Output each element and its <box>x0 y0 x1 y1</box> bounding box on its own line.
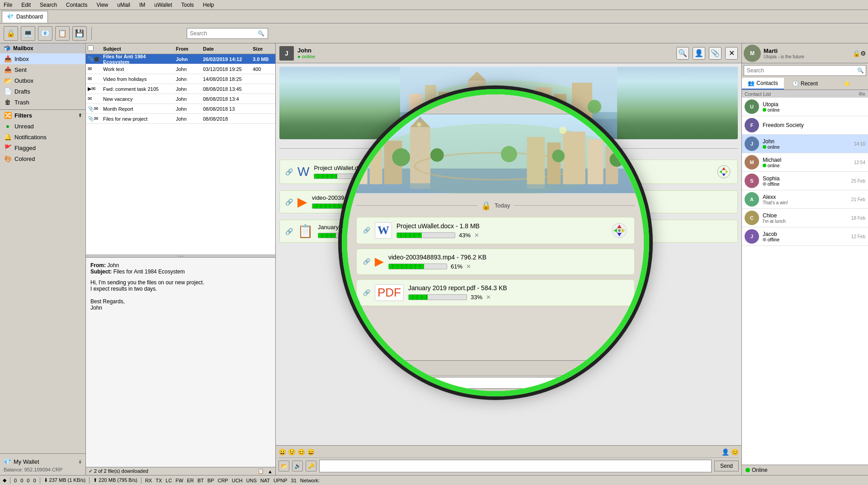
table-row[interactable]: 📎✉ Month Report John 08/08/2018 13 <box>86 104 275 114</box>
col-subject-header[interactable]: Subject <box>101 46 174 52</box>
list-item[interactable]: U Utopia online <box>742 98 868 116</box>
chat-btn-close[interactable]: ✕ <box>725 47 738 60</box>
menu-search[interactable]: Search <box>38 1 59 9</box>
contacts-filter-icon[interactable]: ⊘ <box>859 91 863 97</box>
sidebar-item-inbox[interactable]: 📥 Inbox <box>0 53 85 64</box>
col-size-header[interactable]: Size <box>251 46 274 52</box>
svg-rect-34 <box>563 132 585 184</box>
select-all-checkbox[interactable] <box>88 45 94 51</box>
list-item[interactable]: M Michael online 12:54 <box>742 153 868 172</box>
sidebar-item-drafts[interactable]: 📄 Drafts <box>0 86 85 97</box>
list-item[interactable]: S Sophia offline 25 Feb <box>742 172 868 190</box>
preview-body: Hi, I'm sending you the files on our new… <box>90 279 271 311</box>
sidebar-item-notifications[interactable]: 🔔 Notifications <box>0 132 85 142</box>
outbox-label: Outbox <box>14 77 33 84</box>
sidebar-item-colored[interactable]: 🎨 Colored <box>0 153 85 164</box>
table-row[interactable]: 📎✉ Files for new project John 08/08/2018 <box>86 114 275 124</box>
col-date-header[interactable]: Date <box>201 46 251 52</box>
svg-point-51 <box>618 229 621 232</box>
list-item[interactable]: J Jacob offline 12 Feb <box>742 227 868 246</box>
emoji-people-icon[interactable]: 😀 <box>278 448 286 456</box>
status-dot-michael <box>763 164 766 167</box>
sidebar-item-unread[interactable]: ● Unread <box>0 121 85 132</box>
toolbar-btn-5[interactable]: 💾 <box>72 26 87 41</box>
wallet-expand[interactable]: ⇓ <box>78 459 82 464</box>
sidebar-item-sent[interactable]: 📤 Sent <box>0 64 85 75</box>
contacts-sort-icon[interactable]: ≡ <box>863 91 865 97</box>
menu-uwallet[interactable]: uWallet <box>152 1 174 9</box>
list-item[interactable]: A Alexx That's a win! 21 Feb <box>742 190 868 209</box>
search-input[interactable] <box>190 30 258 37</box>
status-download: ⬆ 220 MB (795 B/s) <box>93 477 137 483</box>
sidebar-item-trash[interactable]: 🗑 Trash <box>0 97 85 108</box>
menu-file[interactable]: File <box>2 1 14 9</box>
row-check-3: ▶✉ <box>88 86 101 92</box>
tab-extra[interactable]: ⭐ <box>826 78 868 89</box>
outbox-icon: 📂 <box>4 77 12 84</box>
status-bar: ◆ 0 0 0 0 ⬇ 237 MB (1 KB/s) ⬆ 220 MB (79… <box>0 475 868 485</box>
table-row[interactable]: ✉ Video from holidays John 14/08/2018 18… <box>86 74 275 84</box>
status-sep-2 <box>40 477 40 484</box>
chat-speaker-btn[interactable]: 🔊 <box>292 461 303 471</box>
sidebar-item-flagged[interactable]: 🚩 Flagged <box>0 142 85 153</box>
table-row[interactable]: ▶✉ Fwd: comment task 2105 John 08/08/201… <box>86 84 275 94</box>
circle-move-btn-0[interactable] <box>611 222 628 239</box>
contact-time-john: 14:10 <box>854 141 865 146</box>
menu-tools[interactable]: Tools <box>179 1 196 9</box>
toolbar-btn-2[interactable]: 💻 <box>21 26 35 41</box>
wallet-balance: Balance: 952.109094 CRP <box>4 467 82 472</box>
send-button[interactable]: Send <box>714 461 739 471</box>
menu-view[interactable]: View <box>94 1 110 9</box>
menu-contacts[interactable]: Contacts <box>64 1 89 9</box>
table-row[interactable]: ✉ New vacancy John 08/08/2018 13:4 <box>86 94 275 104</box>
col-from-header[interactable]: From <box>174 46 201 52</box>
chat-key-btn[interactable]: 🔑 <box>306 461 316 471</box>
settings-icon[interactable]: ⚙ <box>860 50 866 57</box>
contacts-tabs: 👥 Contacts 🕐 Recent ⭐ <box>742 78 868 90</box>
tab-recent[interactable]: 🕐 Recent <box>784 78 826 89</box>
person-icon[interactable]: 👤 <box>722 448 729 456</box>
list-item[interactable]: J John online 14:10 <box>742 135 868 153</box>
list-item[interactable]: C Chloe I'm at lunch 18 Feb <box>742 209 868 227</box>
chat-btn-attach[interactable]: 📎 <box>709 47 722 60</box>
smiley-face-icon[interactable]: 😊 <box>731 448 739 456</box>
drafts-label: Drafts <box>14 88 30 95</box>
circle-date-sep: 🔒 Today <box>356 201 635 211</box>
chat-btn-user[interactable]: 👤 <box>693 47 705 60</box>
svg-point-37 <box>392 148 410 166</box>
emoji-laugh-icon[interactable]: 😄 <box>307 448 315 456</box>
status-nat: NAT <box>260 478 270 483</box>
preview-subject: Subject: Files for Anti 1984 Ecosystem <box>90 268 271 275</box>
emoji-sad-icon[interactable]: 😟 <box>288 448 296 456</box>
svg-point-43 <box>417 122 421 127</box>
toolbar-btn-3[interactable]: 📧 <box>38 26 52 41</box>
sidebar-item-filters[interactable]: 🔀 Filters ⇑ <box>0 110 85 121</box>
toolbar-search[interactable]: 🔍 <box>187 28 268 39</box>
emoji-smile-icon[interactable]: 😊 <box>297 448 305 456</box>
row-from-4: John <box>174 96 201 102</box>
filters-expand[interactable]: ⇑ <box>78 113 82 118</box>
menu-help[interactable]: Help <box>201 1 216 9</box>
row-check-5: 📎✉ <box>88 106 101 112</box>
sidebar-item-outbox[interactable]: 📂 Outbox <box>0 75 85 86</box>
contacts-search-input[interactable] <box>744 66 855 75</box>
menu-edit[interactable]: Edit <box>19 1 33 9</box>
circle-cancel-1[interactable]: ✕ <box>466 263 471 270</box>
tab-dashboard[interactable]: 💎 Dashboard <box>2 11 48 23</box>
chat-folder-btn[interactable]: 📂 <box>278 461 289 471</box>
chat-btn-search[interactable]: 🔍 <box>676 47 689 60</box>
table-row[interactable]: ✉ Work text John 03/12/2018 19:25 400 <box>86 64 275 74</box>
chat-input[interactable] <box>319 460 712 472</box>
tab-contacts[interactable]: 👥 Contacts <box>742 78 784 89</box>
list-item[interactable]: F Freedom Society <box>742 116 868 135</box>
circle-cancel-0[interactable]: ✕ <box>474 232 479 239</box>
table-row[interactable]: 📎⬛ Files for Anti 1984 Ecosystem John 26… <box>86 54 275 64</box>
transfer-move-btn-0[interactable] <box>716 164 732 180</box>
toolbar-btn-1[interactable]: 🔒 <box>4 26 18 41</box>
sidebar-item-wallet[interactable]: 💎 My Wallet ⇓ <box>4 457 82 467</box>
mail-icon-1: ✉ <box>88 66 92 71</box>
circle-cancel-2[interactable]: ✕ <box>486 294 491 301</box>
toolbar-btn-4[interactable]: 📋 <box>55 26 70 41</box>
menu-umail[interactable]: uMail <box>115 1 132 9</box>
menu-im[interactable]: IM <box>137 1 147 9</box>
